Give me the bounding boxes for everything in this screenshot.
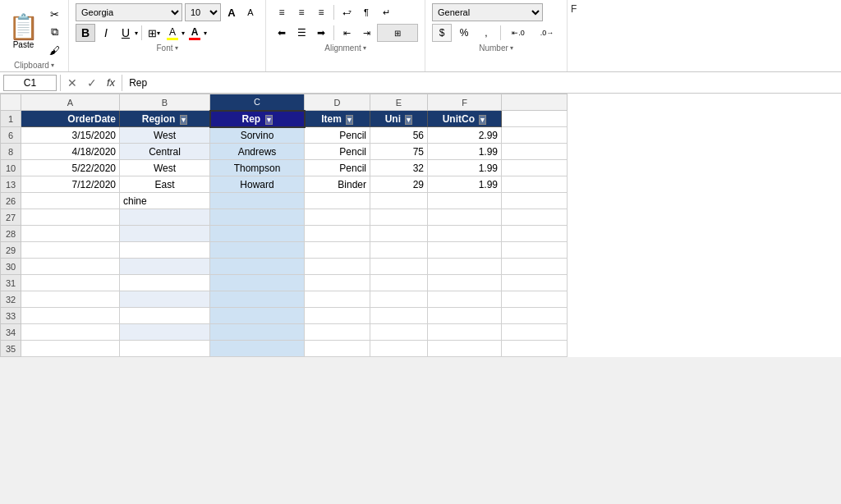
cell-e10[interactable]: 32 — [370, 160, 428, 176]
cell-a29[interactable] — [21, 242, 120, 259]
cell-a1[interactable]: OrderDate — [21, 111, 120, 127]
font-color-dropdown[interactable]: ▾ — [204, 30, 207, 37]
cell-f31[interactable] — [428, 275, 502, 291]
row-num-28[interactable]: 28 — [1, 226, 21, 242]
cell-f34[interactable] — [428, 324, 502, 341]
cell-g31[interactable] — [502, 275, 568, 291]
cell-e29[interactable] — [370, 242, 428, 259]
cell-a30[interactable] — [21, 259, 120, 275]
row-num-13[interactable]: 13 — [1, 176, 21, 193]
cell-b33[interactable] — [120, 308, 210, 324]
cell-c30[interactable] — [210, 259, 305, 275]
cell-g6[interactable] — [502, 127, 568, 144]
format-painter-button[interactable]: 🖌 — [45, 42, 63, 58]
underline-dropdown[interactable]: ▾ — [135, 30, 138, 37]
cell-g29[interactable] — [502, 242, 568, 259]
cell-a31[interactable] — [21, 275, 120, 291]
wrap-text-button[interactable]: ⮐ — [338, 3, 356, 21]
cell-c1[interactable]: Rep ▾ — [210, 111, 305, 127]
cell-g10[interactable] — [502, 160, 568, 176]
alignment-expand-icon[interactable]: ▾ — [363, 44, 366, 52]
cell-e31[interactable] — [370, 275, 428, 291]
cell-c6[interactable]: Sorvino — [210, 127, 305, 144]
col-header-b[interactable]: B — [120, 94, 210, 111]
cell-f10[interactable]: 1.99 — [428, 160, 502, 176]
filter-arrow-f1[interactable]: ▾ — [479, 115, 486, 125]
col-header-g[interactable] — [502, 94, 568, 111]
cell-b10[interactable]: West — [120, 160, 210, 176]
row-num-32[interactable]: 32 — [1, 291, 21, 308]
cell-d28[interactable] — [305, 226, 370, 242]
cell-e8[interactable]: 75 — [370, 144, 428, 160]
font-size-select[interactable]: 10 — [185, 3, 221, 21]
cell-b26[interactable]: chine — [120, 193, 210, 209]
filter-arrow-b1[interactable]: ▾ — [180, 115, 187, 125]
cell-e27[interactable] — [370, 209, 428, 226]
col-header-c[interactable]: C — [210, 94, 305, 111]
cell-f28[interactable] — [428, 226, 502, 242]
cell-b35[interactable] — [120, 341, 210, 357]
row-num-1[interactable]: 1 — [1, 111, 21, 127]
increase-indent-button[interactable]: ⇥ — [357, 24, 375, 42]
cell-e6[interactable]: 56 — [370, 127, 428, 144]
cell-a28[interactable] — [21, 226, 120, 242]
cell-e13[interactable]: 29 — [370, 176, 428, 193]
cell-a33[interactable] — [21, 308, 120, 324]
col-header-d[interactable]: D — [305, 94, 370, 111]
cell-g13[interactable] — [502, 176, 568, 193]
border-button[interactable]: ⊞ ▾ — [145, 24, 163, 42]
cell-d1[interactable]: Item ▾ — [305, 111, 370, 127]
cell-c28[interactable] — [210, 226, 305, 242]
cell-g30[interactable] — [502, 259, 568, 275]
align-left-button[interactable]: ⬅ — [273, 24, 291, 42]
cell-f30[interactable] — [428, 259, 502, 275]
cell-f1[interactable]: UnitCo ▾ — [428, 111, 502, 127]
row-num-6[interactable]: 6 — [1, 127, 21, 144]
cell-e26[interactable] — [370, 193, 428, 209]
merge-center-button[interactable]: ⊞ — [377, 24, 418, 42]
cell-d32[interactable] — [305, 291, 370, 308]
cell-f33[interactable] — [428, 308, 502, 324]
cell-g1[interactable] — [502, 111, 568, 127]
cell-e1[interactable]: Uni ▾ — [370, 111, 428, 127]
row-num-26[interactable]: 26 — [1, 193, 21, 209]
orientation-button[interactable]: ¶ — [357, 3, 375, 21]
paste-button[interactable]: 📋 Paste — [5, 13, 42, 51]
cell-d10[interactable]: Pencil — [305, 160, 370, 176]
fx-icon[interactable]: fx — [103, 76, 118, 89]
row-num-35[interactable]: 35 — [1, 341, 21, 357]
cell-b30[interactable] — [120, 259, 210, 275]
cell-a34[interactable] — [21, 324, 120, 341]
formula-input[interactable] — [126, 75, 838, 91]
cell-g34[interactable] — [502, 324, 568, 341]
cell-d8[interactable]: Pencil — [305, 144, 370, 160]
copy-button[interactable]: ⧉ — [45, 24, 63, 40]
cell-f8[interactable]: 1.99 — [428, 144, 502, 160]
cell-c34[interactable] — [210, 324, 305, 341]
font-color-button[interactable]: A — [186, 24, 203, 42]
cell-b29[interactable] — [120, 242, 210, 259]
decrease-decimal-button[interactable]: .0→ — [534, 24, 560, 42]
cell-f26[interactable] — [428, 193, 502, 209]
number-expand-icon[interactable]: ▾ — [510, 44, 513, 52]
increase-font-button[interactable]: A — [223, 3, 240, 21]
cell-a27[interactable] — [21, 209, 120, 226]
decrease-indent-button[interactable]: ⇤ — [338, 24, 356, 42]
cell-a6[interactable]: 3/15/2020 — [21, 127, 120, 144]
row-num-10[interactable]: 10 — [1, 160, 21, 176]
text-direction-button[interactable]: ↵ — [377, 3, 395, 21]
currency-button[interactable]: $ — [432, 24, 452, 42]
cell-b1[interactable]: Region ▾ — [120, 111, 210, 127]
cell-c27[interactable] — [210, 209, 305, 226]
cell-d13[interactable]: Binder — [305, 176, 370, 193]
row-num-34[interactable]: 34 — [1, 324, 21, 341]
number-format-select[interactable]: General — [432, 3, 543, 21]
cell-f29[interactable] — [428, 242, 502, 259]
cell-d34[interactable] — [305, 324, 370, 341]
fill-color-dropdown[interactable]: ▾ — [182, 30, 185, 37]
clipboard-expand-icon[interactable]: ▾ — [51, 62, 54, 69]
cell-e34[interactable] — [370, 324, 428, 341]
cell-g33[interactable] — [502, 308, 568, 324]
increase-decimal-button[interactable]: ⇤.0 — [505, 24, 531, 42]
cell-b32[interactable] — [120, 291, 210, 308]
